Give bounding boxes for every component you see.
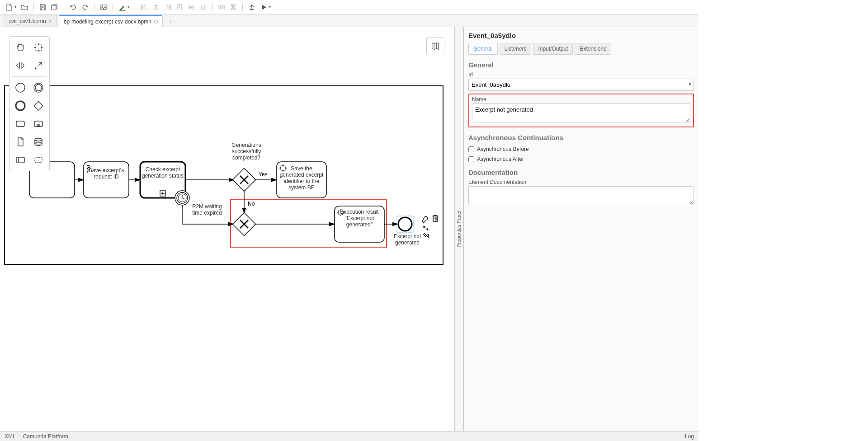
svg-rect-38 xyxy=(35,44,42,51)
context-annotation-icon[interactable] xyxy=(423,233,429,238)
timer-label: P2M waiting time expired xyxy=(189,203,225,216)
clear-icon[interactable]: × xyxy=(689,80,692,88)
gateway-merge[interactable] xyxy=(233,213,256,236)
gateway-icon[interactable] xyxy=(30,98,47,114)
properties-panel-toggle-label: Properties Panel xyxy=(456,211,462,247)
task-label: Save excerpt's request ID xyxy=(85,167,127,180)
file-tab-2[interactable]: bp-modeling-excerpt-csv-docx.bpmn xyxy=(59,15,163,27)
context-pad xyxy=(422,215,439,238)
name-input[interactable] xyxy=(472,103,690,122)
doc-label: Element Documentation xyxy=(468,179,694,185)
dist-v-icon[interactable] xyxy=(228,2,239,13)
svg-rect-4 xyxy=(223,5,224,9)
color-icon[interactable] xyxy=(117,2,127,13)
tab-extensions[interactable]: Extensions xyxy=(575,43,611,55)
data-store-icon[interactable] xyxy=(30,134,47,150)
align-top-icon[interactable] xyxy=(174,2,185,13)
task-save-generated[interactable]: Save the generated excerpt identifier to… xyxy=(277,162,326,198)
space-tool-icon[interactable] xyxy=(12,57,28,74)
section-general: General xyxy=(468,61,694,69)
new-file-icon[interactable] xyxy=(4,2,14,13)
connect-tool-icon[interactable] xyxy=(30,57,47,74)
new-file-caret[interactable]: ▾ xyxy=(14,5,16,9)
close-icon[interactable]: × xyxy=(49,18,52,24)
run-icon[interactable] xyxy=(258,2,269,13)
async-before-checkbox[interactable] xyxy=(468,146,474,152)
svg-rect-44 xyxy=(34,101,43,110)
name-highlight-box: Name xyxy=(468,94,694,127)
end-event-excerpt-not-generated[interactable] xyxy=(397,216,413,232)
save-all-icon[interactable] xyxy=(49,2,60,13)
section-documentation: Documentation xyxy=(468,169,694,176)
diagram-canvas[interactable]: Save excerpt's request ID Check excerpt … xyxy=(0,27,454,431)
tab-listeners[interactable]: Listeners xyxy=(500,43,532,55)
align-middle-icon[interactable] xyxy=(186,2,197,13)
undo-icon[interactable] xyxy=(68,2,79,13)
context-trash-icon[interactable] xyxy=(432,215,439,221)
svg-rect-6 xyxy=(231,5,235,6)
align-bottom-icon[interactable] xyxy=(198,2,208,13)
participant-icon[interactable] xyxy=(12,152,28,168)
svg-point-35 xyxy=(398,217,412,231)
align-right-icon[interactable] xyxy=(162,2,173,13)
run-caret[interactable]: ▾ xyxy=(269,5,271,9)
redo-icon[interactable] xyxy=(80,2,90,13)
align-left-icon[interactable] xyxy=(139,2,150,13)
status-xml[interactable]: XML xyxy=(5,433,16,440)
properties-panel-toggle[interactable]: Properties Panel xyxy=(454,27,463,431)
file-tab-label: zvit_csv1.bpmn xyxy=(9,18,46,24)
file-tab-1[interactable]: zvit_csv1.bpmn × xyxy=(4,15,57,27)
task-label: Check excerpt generation status xyxy=(142,166,184,179)
bpmn-diagram-svg: Save excerpt's request ID Check excerpt … xyxy=(0,27,452,298)
section-async: Asynchronous Continuations xyxy=(468,134,694,141)
properties-tabs: General Listeners Input/Output Extension… xyxy=(468,43,694,55)
palette xyxy=(9,36,50,171)
tab-general[interactable]: General xyxy=(468,43,498,55)
save-icon[interactable] xyxy=(38,2,48,13)
dirty-indicator-icon xyxy=(154,20,158,23)
start-event-icon[interactable] xyxy=(12,80,28,96)
svg-point-43 xyxy=(16,101,25,110)
gateway-generations-completed[interactable] xyxy=(233,169,256,192)
context-wrench-icon[interactable] xyxy=(422,216,428,223)
async-before-label: Asynchronous Before xyxy=(477,146,529,152)
name-label: Name xyxy=(472,96,690,103)
lasso-tool-icon[interactable] xyxy=(30,39,47,56)
timer-boundary-event[interactable] xyxy=(175,191,189,205)
group-icon[interactable] xyxy=(30,152,47,168)
subprocess-icon[interactable] xyxy=(30,116,47,132)
hand-tool-icon[interactable] xyxy=(12,39,28,56)
status-platform[interactable]: Camunda Platform xyxy=(23,433,68,440)
task-execution-result[interactable]: Execution result "Excerpt not generated" xyxy=(335,206,384,242)
svg-rect-3 xyxy=(219,5,220,9)
color-caret[interactable]: ▾ xyxy=(127,5,129,9)
id-input[interactable] xyxy=(468,79,694,91)
svg-rect-49 xyxy=(16,158,24,162)
svg-point-40 xyxy=(16,83,25,92)
svg-rect-5 xyxy=(221,6,222,8)
element-title: Event_0a5ydlo xyxy=(468,32,694,39)
minimap-toggle-button[interactable] xyxy=(426,37,444,55)
add-tab-button[interactable]: + xyxy=(165,16,176,27)
flow-label-yes: Yes xyxy=(259,171,268,178)
task-save-excerpt[interactable]: Save excerpt's request ID xyxy=(84,162,129,198)
async-after-checkbox[interactable] xyxy=(468,156,474,162)
dist-h-icon[interactable] xyxy=(216,2,227,13)
align-center-icon[interactable] xyxy=(151,2,161,13)
open-file-icon[interactable] xyxy=(19,2,30,13)
tab-input-output[interactable]: Input/Output xyxy=(533,43,573,55)
data-object-icon[interactable] xyxy=(12,134,28,150)
svg-rect-2 xyxy=(119,10,125,11)
toolbar-top: ▾ ▾ ▾ xyxy=(0,0,698,14)
svg-rect-8 xyxy=(232,6,234,8)
image-icon[interactable] xyxy=(98,2,109,13)
task-icon[interactable] xyxy=(12,116,28,132)
context-connect-icon[interactable] xyxy=(423,226,429,230)
deploy-icon[interactable] xyxy=(246,2,257,13)
intermediate-event-icon[interactable] xyxy=(30,80,47,96)
status-log[interactable]: Log xyxy=(685,433,694,440)
task-label: Save the generated excerpt identifier to… xyxy=(278,164,325,191)
doc-input[interactable] xyxy=(468,186,694,205)
end-event-icon[interactable] xyxy=(12,98,28,114)
gateway-label: Generations successfully completed? xyxy=(226,142,267,161)
